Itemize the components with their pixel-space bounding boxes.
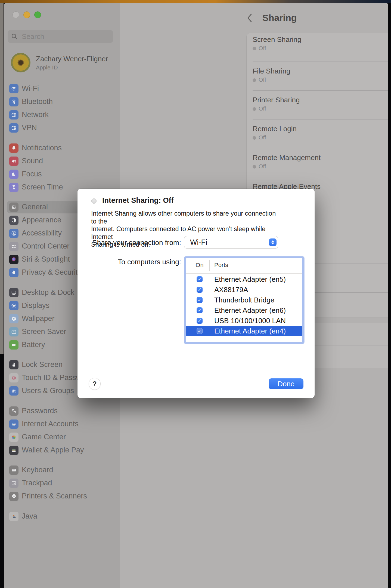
sidebar-item-notifications[interactable]: Notifications <box>4 142 120 155</box>
avatar[interactable] <box>11 53 30 72</box>
port-row-usb-10-100-1000-lan[interactable]: ✓USB 10/100/1000 LAN <box>186 316 302 326</box>
port-label: Ethernet Adapter (en5) <box>214 275 286 284</box>
port-checkbox-checked[interactable]: ✓ <box>197 287 203 293</box>
game-center-icon <box>9 433 18 442</box>
sidebar-item-label: Printers & Scanners <box>22 492 87 500</box>
keyboard-icon <box>9 465 18 475</box>
sidebar-item-label: Internet Accounts <box>22 420 79 428</box>
sidebar-item-label: Screen Time <box>22 183 63 191</box>
port-row-thunderbolt-bridge[interactable]: ✓Thunderbolt Bridge <box>186 295 302 305</box>
sidebar-item-label: Notifications <box>22 144 62 152</box>
header-separator <box>186 273 302 274</box>
dialog-help-button[interactable]: ? <box>89 378 100 390</box>
column-header-on: On <box>186 262 213 269</box>
internet-sharing-dialog: Internet Sharing: Off Internet Sharing a… <box>77 189 315 398</box>
status-dot-icon <box>253 47 256 50</box>
search-placeholder: Search <box>22 32 44 41</box>
trackpad-icon <box>9 479 18 488</box>
sidebar-item-trackpad[interactable]: Trackpad <box>4 477 120 490</box>
search-input[interactable]: Search <box>8 30 113 43</box>
battery-icon <box>9 340 18 350</box>
hand-icon <box>9 268 18 277</box>
port-checkbox-checked[interactable]: ✓ <box>197 328 203 334</box>
touchid-icon <box>9 373 18 382</box>
dialog-title: Internet Sharing: Off <box>102 196 174 205</box>
port-checkbox-checked[interactable]: ✓ <box>197 307 203 313</box>
service-status: Off <box>253 163 266 170</box>
row-separator <box>253 177 388 177</box>
vpn-icon <box>9 123 18 133</box>
sidebar-item-label: Trackpad <box>22 479 52 487</box>
network-icon <box>9 110 18 120</box>
status-dot-icon <box>253 78 256 82</box>
port-checkbox-checked[interactable]: ✓ <box>197 318 203 324</box>
sidebar-item-label: Control Center <box>22 242 70 250</box>
hourglass-icon <box>9 183 18 192</box>
service-row-file-sharing: File SharingOffi <box>247 62 388 90</box>
gear-icon <box>9 203 18 212</box>
zoom-window-button[interactable] <box>34 11 41 18</box>
port-checkbox-checked[interactable]: ✓ <box>197 297 203 303</box>
sidebar-item-java[interactable]: Java <box>4 510 120 523</box>
sidebar-item-passwords[interactable]: Passwords <box>4 405 120 418</box>
minimize-window-button[interactable] <box>23 11 30 18</box>
sidebar-item-focus[interactable]: Focus <box>4 168 120 181</box>
sidebar-item-internet-accounts[interactable]: @Internet Accounts <box>4 418 120 431</box>
sidebar-item-label: Users & Groups <box>22 387 74 395</box>
sidebar-item-printers-scanners[interactable]: Printers & Scanners <box>4 490 120 503</box>
sidebar-item-bluetooth[interactable]: Bluetooth <box>4 95 120 108</box>
printer-icon <box>9 492 18 501</box>
to-computers-label: To computers using: <box>77 258 181 266</box>
service-status: Off <box>253 76 266 83</box>
sidebar-item-network[interactable]: Network <box>4 108 120 121</box>
user-name: Zachary Wener-Fligner <box>36 55 108 63</box>
service-title: Remote Login <box>253 125 297 133</box>
port-row-ethernet-adapter-en6-[interactable]: ✓Ethernet Adapter (en6) <box>186 305 302 316</box>
sidebar-item-vpn[interactable]: VPN <box>4 121 120 134</box>
row-separator <box>253 148 388 148</box>
port-row-ax88179a[interactable]: ✓AX88179A <box>186 284 302 295</box>
service-status: Off <box>253 134 266 141</box>
column-header-ports: Ports <box>214 262 228 269</box>
sidebar-item-label: Wallpaper <box>22 314 55 323</box>
sidebar-item-label: General <box>22 203 48 211</box>
share-from-select[interactable]: Wi-Fi <box>184 236 278 248</box>
sidebar-item-wallet-apple-pay[interactable]: Wallet & Apple Pay <box>4 444 120 457</box>
sidebar-item-label: Keyboard <box>22 466 53 474</box>
wallet-icon <box>9 446 18 455</box>
done-button[interactable]: Done <box>269 378 303 389</box>
port-label: Thunderbolt Bridge <box>214 296 274 304</box>
users-icon <box>9 386 18 396</box>
service-row-printer-sharing: Printer SharingOffi <box>247 90 388 119</box>
service-row-remote-login: Remote LoginOffi <box>247 119 388 148</box>
sidebar-item-label: Siri & Spotlight <box>22 255 70 264</box>
search-icon <box>11 33 18 40</box>
sidebar-item-label: Displays <box>22 301 49 310</box>
port-row-ethernet-adapter-en4-[interactable]: ✓Ethernet Adapter (en4) <box>186 326 302 336</box>
back-button[interactable] <box>246 13 253 23</box>
port-row-ethernet-adapter-en5-[interactable]: ✓Ethernet Adapter (en5) <box>186 274 302 284</box>
background-window-edge <box>0 3 4 354</box>
sidebar-item-keyboard[interactable]: Keyboard <box>4 464 120 477</box>
close-window-button[interactable] <box>13 11 19 18</box>
accessibility-icon <box>9 229 18 238</box>
sidebar-item-label: Passwords <box>22 407 58 415</box>
sidebar-item-label: Privacy & Security <box>22 268 81 277</box>
status-dot-icon <box>253 136 256 140</box>
service-title: File Sharing <box>253 67 290 75</box>
bluetooth-icon <box>9 97 18 106</box>
sidebar-item-game-center[interactable]: Game Center <box>4 431 120 444</box>
desktop-dock-icon <box>9 288 18 297</box>
sidebar-item-wi-fi[interactable]: Wi-Fi <box>4 82 120 95</box>
status-dot-icon <box>253 165 256 169</box>
port-label: AX88179A <box>214 286 248 294</box>
siri-icon <box>9 255 18 264</box>
sidebar-item-label: Java <box>22 512 37 520</box>
service-row-remote-management: Remote ManagementOffi <box>247 148 388 177</box>
sidebar-item-label: Bluetooth <box>22 97 53 106</box>
sun-icon <box>9 301 18 310</box>
sidebar-item-sound[interactable]: Sound <box>4 155 120 168</box>
screensaver-icon <box>9 327 18 336</box>
row-separator <box>253 62 388 62</box>
port-checkbox-checked[interactable]: ✓ <box>197 276 203 282</box>
